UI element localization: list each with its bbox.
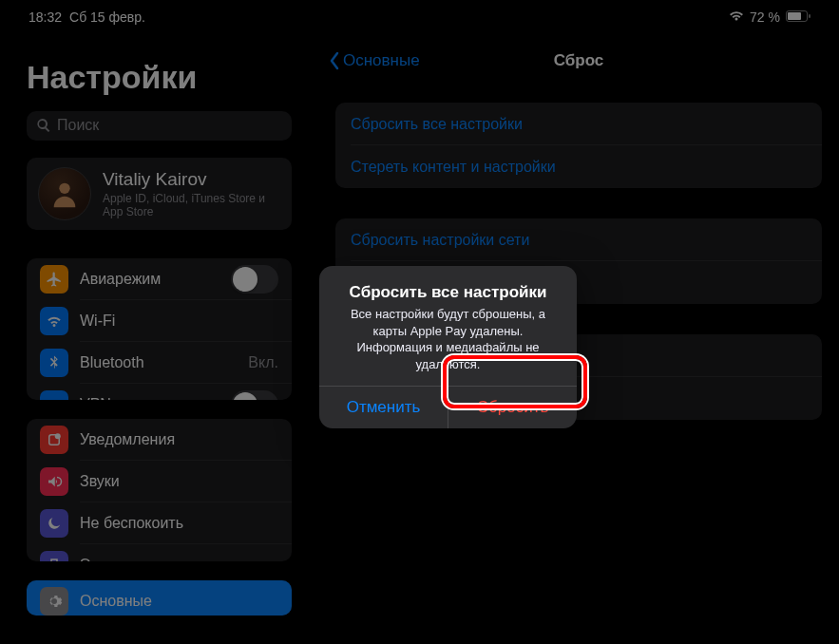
notifications-icon: [40, 426, 68, 454]
status-bar: 18:32 Сб 15 февр. 72 %: [0, 0, 839, 30]
sidebar-item-label: Основные: [80, 593, 278, 610]
hourglass-icon: [40, 551, 68, 561]
reset-row-label: Стереть контент и настройки: [351, 159, 556, 176]
alert-message: Все настройки будут сброшены, а карты Ap…: [334, 306, 562, 372]
search-input[interactable]: Поиск: [27, 111, 292, 141]
moon-icon: [40, 509, 68, 538]
svg-rect-1: [788, 12, 801, 20]
battery-percent: 72 %: [750, 9, 780, 25]
sidebar: Настройки Поиск Vitaliy Kairov Apple ID,…: [0, 30, 318, 642]
wifi-icon: [40, 307, 68, 335]
alert-dialog: Сбросить все настройки Все настройки буд…: [319, 266, 577, 428]
gear-icon: [40, 587, 68, 616]
account-row[interactable]: Vitaliy Kairov Apple ID, iCloud, iTunes …: [27, 158, 292, 230]
reset-all-button[interactable]: Сбросить все настройки: [335, 103, 822, 145]
vpn-icon: VPN: [40, 390, 68, 401]
sidebar-item-label: Не беспокоить: [80, 515, 278, 532]
wifi-status-icon: [729, 9, 744, 25]
search-icon: [36, 118, 51, 133]
search-placeholder: Поиск: [57, 117, 99, 134]
svg-point-3: [59, 182, 69, 193]
avatar: [38, 167, 91, 220]
sidebar-item-label: Wi-Fi: [80, 313, 278, 330]
back-label: Основные: [343, 51, 420, 70]
sidebar-group-general: Основные: [27, 580, 292, 616]
account-name: Vitaliy Kairov: [103, 169, 280, 190]
sidebar-item-notifications[interactable]: Уведомления: [27, 419, 292, 461]
reset-row-label: Сбросить настройки сети: [351, 232, 529, 249]
alert-title: Сбросить все настройки: [334, 283, 562, 302]
status-date: Сб 15 февр.: [69, 9, 145, 25]
sounds-icon: [40, 467, 68, 496]
bluetooth-value: Вкл.: [248, 354, 278, 371]
detail-header: Основные Сброс: [318, 38, 839, 84]
confirm-button[interactable]: Сбросить: [448, 387, 577, 428]
sidebar-item-label: Уведомления: [80, 431, 278, 448]
sidebar-item-label: Авиарежим: [80, 271, 231, 288]
sidebar-group-connectivity: Авиарежим Wi-Fi Bluetooth Вкл. VPN VPN: [27, 258, 292, 401]
svg-point-5: [55, 433, 61, 439]
sidebar-item-vpn[interactable]: VPN VPN: [27, 384, 292, 401]
erase-all-button[interactable]: Стереть контент и настройки: [335, 145, 822, 188]
sidebar-item-label: Звуки: [80, 473, 278, 490]
sidebar-item-screentime[interactable]: Экранное время: [27, 544, 292, 561]
sidebar-item-dnd[interactable]: Не беспокоить: [27, 502, 292, 544]
account-subtitle: Apple ID, iCloud, iTunes Store и App Sto…: [103, 192, 280, 218]
cancel-button[interactable]: Отменить: [319, 387, 448, 428]
back-button[interactable]: Основные: [328, 51, 420, 70]
status-time: 18:32: [29, 9, 62, 25]
detail-title: Сброс: [554, 51, 604, 70]
airplane-toggle[interactable]: [231, 265, 278, 294]
airplane-icon: [40, 265, 68, 294]
sidebar-item-label: VPN: [80, 396, 231, 401]
vpn-toggle[interactable]: [231, 390, 278, 401]
confirm-label: Сбросить: [477, 398, 549, 417]
reset-group-1: Сбросить все настройки Стереть контент и…: [335, 103, 822, 188]
sidebar-item-sounds[interactable]: Звуки: [27, 461, 292, 502]
reset-row-label: Сбросить все настройки: [351, 116, 523, 133]
bluetooth-icon: [40, 349, 68, 377]
svg-rect-2: [809, 14, 810, 18]
cancel-label: Отменить: [347, 398, 421, 417]
reset-network-button[interactable]: Сбросить настройки сети: [335, 218, 822, 261]
page-title: Настройки: [0, 59, 318, 105]
battery-icon: [786, 9, 810, 25]
sidebar-item-wifi[interactable]: Wi-Fi: [27, 300, 292, 342]
sidebar-item-airplane[interactable]: Авиарежим: [27, 258, 292, 300]
sidebar-group-alerts: Уведомления Звуки Не беспокоить Экранное…: [27, 419, 292, 561]
sidebar-item-general[interactable]: Основные: [27, 580, 292, 616]
sidebar-item-label: Экранное время: [80, 557, 278, 561]
sidebar-item-bluetooth[interactable]: Bluetooth Вкл.: [27, 342, 292, 384]
sidebar-item-label: Bluetooth: [80, 354, 248, 371]
chevron-left-icon: [328, 51, 341, 70]
